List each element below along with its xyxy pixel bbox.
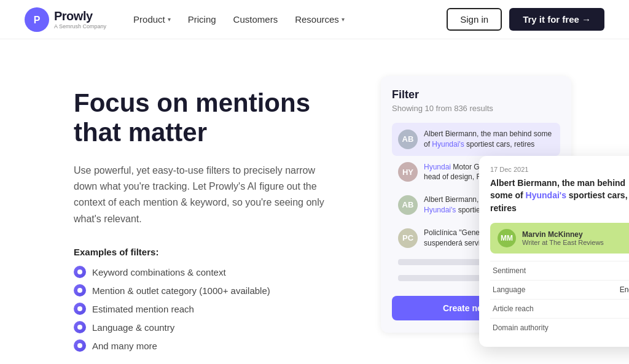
avatar: PC bbox=[398, 228, 418, 248]
navbar: P Prowly A Semrush Company Product ▾ Pri… bbox=[0, 0, 629, 39]
list-item: Estimated mention reach bbox=[74, 303, 332, 315]
mention-item-1[interactable]: AB Albert Biermann, the man behind some … bbox=[392, 123, 560, 156]
detail-headline-link: Hyundai's bbox=[526, 190, 566, 200]
mention-link: Hyundai's bbox=[424, 206, 456, 214]
sentiment-emoji: 😊 bbox=[596, 261, 629, 280]
product-chevron-icon: ▾ bbox=[168, 16, 171, 23]
table-row: Article reach 1.1k bbox=[490, 299, 629, 318]
author-name: Marvin McKinney bbox=[522, 230, 604, 239]
mention-link: Hyundai bbox=[424, 163, 451, 171]
domain-value: 51 bbox=[596, 318, 629, 337]
hero-section: Focus on mentions that matter Use powerf… bbox=[74, 76, 332, 352]
list-item: Language & country bbox=[74, 321, 332, 333]
author-row: MM Marvin McKinney Writer at The East Re… bbox=[490, 223, 629, 254]
table-row: Sentiment 😊 bbox=[490, 261, 629, 280]
brand-sub: A Semrush Company bbox=[54, 23, 106, 29]
nav-resources[interactable]: Resources ▾ bbox=[287, 9, 352, 29]
language-label: Language bbox=[490, 280, 596, 299]
hero-right-panel: Filter Showing 10 from 836 results AB Al… bbox=[381, 76, 580, 333]
bullet-icon bbox=[74, 321, 86, 333]
sentiment-label: Sentiment bbox=[490, 261, 596, 280]
meta-table: Sentiment 😊 Language English Article rea… bbox=[490, 261, 629, 337]
bullet-icon bbox=[74, 339, 86, 352]
avatar: AB bbox=[398, 130, 418, 149]
nav-customers[interactable]: Customers bbox=[226, 9, 286, 29]
reach-label: Article reach bbox=[490, 299, 596, 318]
detail-headline: Albert Biermann, the man behind some of … bbox=[490, 177, 629, 214]
hero-description: Use powerful, yet easy-to-use filters to… bbox=[74, 163, 332, 228]
author-role: Writer at The East Reviews bbox=[522, 239, 604, 246]
logo[interactable]: P Prowly A Semrush Company bbox=[25, 7, 106, 32]
examples-label: Examples of filters: bbox=[74, 247, 332, 257]
list-item: Keyword combinations & context bbox=[74, 266, 332, 278]
domain-label: Domain authority bbox=[490, 318, 596, 337]
logo-text: Prowly A Semrush Company bbox=[54, 9, 106, 29]
bullet-icon bbox=[74, 266, 86, 278]
filter-card-subtitle: Showing 10 from 836 results bbox=[392, 104, 560, 113]
navbar-left: P Prowly A Semrush Company Product ▾ Pri… bbox=[25, 7, 352, 32]
language-value: English bbox=[596, 280, 629, 299]
list-item: Mention & outlet category (1000+ availab… bbox=[74, 284, 332, 296]
filter-text: Language & country bbox=[92, 322, 174, 333]
author-info: Marvin McKinney Writer at The East Revie… bbox=[522, 230, 604, 246]
navbar-right: Sign in Try it for free → bbox=[447, 8, 604, 31]
bullet-icon bbox=[74, 303, 86, 315]
main-content: Focus on mentions that matter Use powerf… bbox=[0, 39, 629, 364]
hero-title: Focus on mentions that matter bbox=[74, 88, 332, 148]
table-row: Domain authority 51 bbox=[490, 318, 629, 337]
mention-text: Albert Biermann, the man behind some of … bbox=[424, 129, 554, 150]
svg-text:P: P bbox=[34, 15, 41, 25]
avatar: AB bbox=[398, 195, 418, 215]
prowly-logo-icon: P bbox=[25, 7, 49, 32]
bullet-icon bbox=[74, 284, 86, 296]
author-avatar: MM bbox=[498, 229, 516, 247]
reach-value: 1.1k bbox=[596, 299, 629, 318]
signin-button[interactable]: Sign in bbox=[447, 8, 502, 31]
brand-name: Prowly bbox=[54, 9, 106, 23]
nav-pricing[interactable]: Pricing bbox=[181, 9, 224, 29]
detail-popup-card: 17 Dec 2021 Albert Biermann, the man beh… bbox=[479, 156, 629, 347]
mention-link: Hyundai's bbox=[432, 140, 464, 149]
filter-text: Mention & outlet category (1000+ availab… bbox=[92, 285, 270, 296]
filter-text: And many more bbox=[92, 341, 157, 351]
nav-links: Product ▾ Pricing Customers Resources ▾ bbox=[126, 9, 352, 29]
filter-text: Estimated mention reach bbox=[92, 304, 194, 314]
filter-examples-list: Keyword combinations & context Mention &… bbox=[74, 266, 332, 352]
filter-text: Keyword combinations & context bbox=[92, 267, 226, 277]
list-item: And many more bbox=[74, 339, 332, 352]
filter-card-title: Filter bbox=[392, 88, 560, 101]
try-button[interactable]: Try it for free → bbox=[509, 8, 604, 31]
nav-product[interactable]: Product ▾ bbox=[126, 9, 178, 29]
table-row: Language English bbox=[490, 280, 629, 299]
detail-date: 17 Dec 2021 bbox=[490, 166, 629, 173]
avatar: HY bbox=[398, 162, 418, 182]
resources-chevron-icon: ▾ bbox=[342, 16, 345, 23]
